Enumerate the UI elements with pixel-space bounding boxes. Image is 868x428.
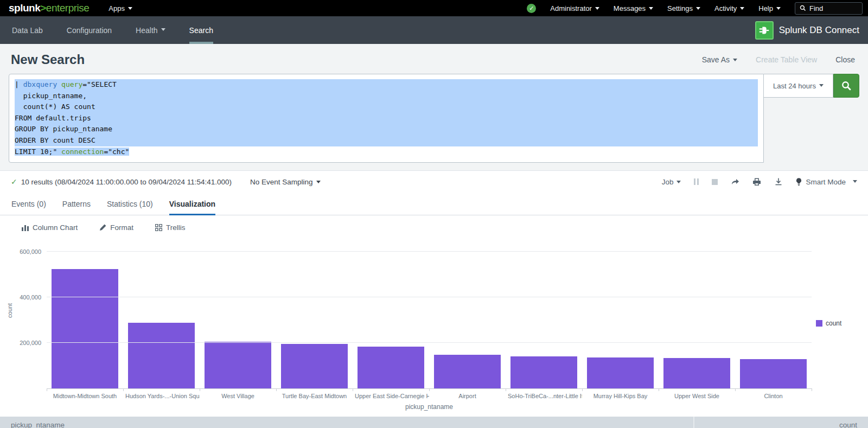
app-title: Splunk DB Connect	[779, 25, 859, 36]
query-param: query	[61, 80, 82, 88]
x-tick-label: West Village	[200, 393, 276, 399]
stop-button	[712, 179, 718, 185]
health-status-icon[interactable]: ✓	[527, 4, 536, 13]
chart-bar[interactable]	[740, 359, 807, 388]
time-range-label: Last 24 hours	[773, 82, 816, 90]
pause-button	[694, 178, 699, 185]
tab-patterns[interactable]: Patterns	[54, 193, 99, 215]
column-header-pickup-ntaname[interactable]: pickup_ntaname	[0, 417, 694, 428]
health-label: Health	[136, 26, 157, 35]
chart-bar[interactable]	[128, 323, 195, 388]
legend-item[interactable]: count	[816, 320, 859, 327]
find-search-box[interactable]	[795, 2, 863, 15]
nav-item-search[interactable]: Search	[177, 16, 225, 44]
share-button[interactable]	[731, 177, 739, 186]
messages-menu[interactable]: Messages	[614, 4, 653, 12]
result-tabs: Events (0) Patterns Statistics (10) Visu…	[0, 193, 868, 215]
db-connect-app-icon[interactable]	[755, 21, 774, 40]
tab-visualization[interactable]: Visualization	[161, 193, 224, 215]
result-summary: ✓ 10 results (08/04/2024 11:00:00.000 to…	[11, 177, 232, 186]
export-button[interactable]	[774, 177, 783, 186]
chart-bar[interactable]	[205, 342, 271, 388]
column-header-count[interactable]: count	[694, 417, 868, 428]
apps-label: Apps	[108, 4, 125, 12]
logo-gt: >	[40, 2, 46, 14]
search-icon	[841, 80, 852, 91]
column-chart: count 200,000400,000600,000 Midtown-Midt…	[0, 237, 868, 411]
bar-cell	[353, 242, 429, 388]
bar-cell	[582, 242, 659, 388]
chart-bar[interactable]	[510, 356, 577, 388]
active-tab-underline	[169, 214, 215, 215]
tab-events[interactable]: Events (0)	[3, 193, 54, 215]
search-icon	[800, 5, 806, 11]
trellis-button[interactable]: Trellis	[155, 223, 186, 232]
save-as-button[interactable]: Save As	[702, 55, 737, 64]
query-line: FROM default.trips	[15, 114, 91, 122]
bar-cell	[47, 242, 123, 388]
chart-type-picker[interactable]: Column Chart	[22, 223, 78, 232]
query-param: connection	[61, 148, 104, 156]
column-chart-icon	[22, 224, 29, 231]
settings-menu[interactable]: Settings	[667, 4, 700, 12]
find-input[interactable]	[809, 4, 858, 12]
format-button[interactable]: Format	[99, 223, 133, 232]
activity-menu[interactable]: Activity	[714, 4, 744, 12]
chevron-down-icon	[128, 7, 132, 10]
active-nav-underline	[189, 42, 213, 44]
print-icon	[752, 177, 761, 186]
chart-bar[interactable]	[663, 358, 730, 388]
query-line: ORDER BY count DESC	[15, 136, 95, 144]
bar-cell	[123, 242, 200, 388]
chevron-down-icon	[649, 7, 653, 10]
chart-bar[interactable]	[52, 269, 118, 389]
chevron-down-icon	[819, 84, 824, 87]
chart-bar[interactable]	[434, 355, 501, 389]
gridline	[47, 342, 812, 343]
app-nav-bar: Data Lab Configuration Health Search Spl…	[0, 16, 868, 44]
job-label: Job	[662, 178, 674, 186]
print-button[interactable]	[752, 177, 761, 186]
search-query-input[interactable]: | dbxquery query="SELECT pickup_ntaname,…	[9, 74, 764, 163]
help-label: Help	[758, 4, 773, 12]
chart-bar[interactable]	[281, 344, 348, 388]
trellis-grid-icon	[155, 224, 162, 231]
event-sampling-menu[interactable]: No Event Sampling	[250, 178, 321, 186]
search-submit-button[interactable]	[833, 74, 859, 98]
nav-item-configuration[interactable]: Configuration	[55, 16, 124, 44]
y-tick-label: 200,000	[20, 340, 41, 346]
x-tick-label: Hudson Yards-...-Union Square	[123, 393, 200, 399]
x-axis-tick	[429, 388, 430, 391]
chevron-down-icon	[316, 181, 321, 183]
splunk-logo[interactable]: splunk>enterprise	[9, 2, 89, 14]
x-axis-tick	[200, 388, 200, 391]
legend-label: count	[826, 320, 841, 327]
format-label: Format	[110, 223, 133, 232]
nav-item-health[interactable]: Health	[124, 16, 177, 44]
bar-cell	[506, 242, 582, 388]
bars	[47, 242, 812, 388]
nav-item-data-lab[interactable]: Data Lab	[0, 16, 55, 44]
apps-menu[interactable]: Apps	[108, 4, 132, 12]
chart-bar[interactable]	[587, 357, 654, 388]
bar-cell	[735, 242, 812, 388]
query-space	[57, 80, 61, 88]
chart-plot: 200,000400,000600,000	[47, 242, 812, 389]
results-bar: ✓ 10 results (08/04/2024 11:00:00.000 to…	[0, 171, 868, 193]
plug-icon	[758, 24, 770, 36]
tab-statistics[interactable]: Statistics (10)	[99, 193, 161, 215]
top-nav: splunk>enterprise Apps ✓ Administrator M…	[0, 0, 868, 16]
administrator-menu[interactable]: Administrator	[550, 4, 599, 12]
time-range-picker[interactable]: Last 24 hours	[764, 74, 833, 98]
close-button[interactable]: Close	[835, 55, 855, 64]
chart-bar[interactable]	[358, 347, 424, 388]
search-mode-menu[interactable]: Smart Mode	[796, 178, 857, 186]
job-menu[interactable]: Job	[662, 178, 681, 186]
x-axis-tick	[582, 388, 583, 391]
x-axis-title: pickup_ntaname	[47, 399, 812, 411]
chart-type-label: Column Chart	[33, 223, 78, 232]
help-menu[interactable]: Help	[758, 4, 781, 12]
smart-mode-label: Smart Mode	[806, 178, 846, 186]
bar-cell	[200, 242, 276, 388]
settings-label: Settings	[667, 4, 693, 12]
